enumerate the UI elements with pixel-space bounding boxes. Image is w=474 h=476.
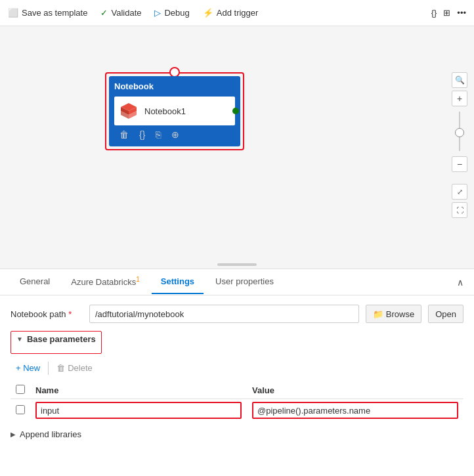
tab-azure-databricks[interactable]: Azure Databricks1 — [62, 269, 149, 295]
base-parameters-section: ▼ Base parameters — [11, 331, 102, 354]
tab-general-label: General — [20, 276, 50, 286]
delete-param-label: Delete — [68, 363, 93, 373]
param-value-cell — [247, 399, 463, 422]
tab-settings-label: Settings — [161, 276, 194, 286]
debug-label: Debug — [164, 8, 189, 18]
required-star: * — [68, 309, 72, 319]
notebook-node-wrapper: Notebook Notebook1 🗑 {} — [105, 72, 244, 150]
col-name-header: Name — [30, 382, 247, 399]
properties-panel: Notebook path * 📁 Browse Open ▼ Base par… — [0, 295, 474, 448]
debug-button[interactable]: ▷ Debug — [154, 8, 189, 18]
browse-button[interactable]: 📁 Browse — [366, 305, 421, 323]
node-name: Notebook1 — [144, 106, 186, 116]
validate-icon: ✓ — [100, 8, 108, 18]
append-libraries-label: Append libraries — [20, 429, 81, 439]
table-icon: ⊞ — [443, 8, 450, 18]
zoom-full-button[interactable]: ⛶ — [452, 202, 467, 218]
action-divider — [48, 362, 49, 375]
new-param-label: + New — [16, 363, 40, 373]
zoom-slider-thumb[interactable] — [455, 128, 464, 137]
notebook-path-label: Notebook path * — [11, 309, 83, 319]
copy-node-icon[interactable]: ⎘ — [156, 129, 161, 140]
col-value-header: Value — [247, 382, 463, 399]
fit-icon: ⤢ — [457, 188, 463, 196]
node-title: Notebook — [114, 81, 235, 91]
notebook-databricks-icon — [119, 102, 138, 120]
toolbar: ⬜ Save as template ✓ Validate ▷ Debug ⚡ … — [0, 0, 474, 26]
delete-icon: 🗑 — [56, 363, 65, 373]
minus-icon: − — [457, 159, 462, 169]
notebook-path-input[interactable] — [89, 305, 359, 323]
folder-icon: 📁 — [373, 309, 383, 319]
bottom-panel: General Azure Databricks1 Settings User … — [0, 269, 474, 448]
tab-user-properties-label: User properties — [215, 276, 274, 286]
select-all-checkbox[interactable] — [16, 385, 25, 394]
tab-settings[interactable]: Settings — [152, 270, 204, 294]
delete-param-button[interactable]: 🗑 Delete — [51, 360, 98, 376]
notebook-path-row: Notebook path * 📁 Browse Open — [11, 305, 463, 323]
search-icon: 🔍 — [455, 76, 465, 85]
add-trigger-button[interactable]: ⚡ Add trigger — [203, 8, 259, 18]
code-node-icon[interactable]: {} — [139, 129, 145, 140]
col-checkbox — [11, 382, 30, 399]
open-button[interactable]: Open — [428, 305, 463, 323]
action-buttons: + New 🗑 Delete — [11, 360, 463, 376]
append-libraries-section[interactable]: ▶ Append libraries — [11, 429, 463, 439]
param-value-input[interactable] — [252, 402, 458, 419]
full-icon: ⛶ — [456, 206, 463, 214]
validate-label: Validate — [111, 8, 141, 18]
collapse-panel-button[interactable]: ∧ — [457, 277, 463, 288]
code-icon: {} — [431, 8, 437, 18]
zoom-slider-track — [459, 112, 460, 151]
chevron-up-icon: ∧ — [457, 277, 463, 288]
collapse-triangle-icon: ▼ — [16, 335, 23, 343]
zoom-in-button[interactable]: + — [452, 91, 467, 106]
zoom-out-button[interactable]: − — [452, 156, 467, 172]
save-icon: ⬜ — [8, 8, 18, 18]
param-name-cell — [30, 399, 247, 422]
notebook-node[interactable]: Notebook Notebook1 🗑 {} — [109, 76, 240, 146]
debug-icon: ▷ — [154, 8, 161, 18]
zoom-search-button[interactable]: 🔍 — [452, 72, 467, 88]
base-parameters-header[interactable]: ▼ Base parameters — [16, 334, 96, 344]
param-row — [11, 399, 463, 422]
canvas-area: Notebook Notebook1 🗑 {} — [0, 26, 474, 269]
save-label: Save as template — [22, 8, 87, 18]
validate-button[interactable]: ✓ Validate — [100, 8, 141, 18]
tab-azure-databricks-label: Azure Databricks — [71, 277, 136, 287]
link-node-icon[interactable]: ⊕ — [171, 129, 179, 140]
base-params-label: Base parameters — [27, 334, 96, 344]
zoom-fit-button[interactable]: ⤢ — [452, 184, 467, 200]
params-table: Name Value — [11, 382, 463, 422]
expand-triangle-icon: ▶ — [11, 431, 16, 438]
plus-icon: + — [457, 93, 462, 104]
toolbar-right: {} ⊞ ••• — [431, 8, 466, 18]
tab-user-properties[interactable]: User properties — [206, 270, 283, 294]
node-actions: 🗑 {} ⎘ ⊕ — [114, 125, 235, 141]
tab-general[interactable]: General — [11, 270, 59, 294]
node-body: Notebook1 — [114, 97, 235, 125]
save-template-button[interactable]: ⬜ Save as template — [8, 8, 87, 18]
new-param-button[interactable]: + New — [11, 360, 45, 376]
ellipsis-icon: ••• — [457, 8, 466, 18]
row-checkbox-cell — [11, 399, 30, 422]
code-view-button[interactable]: {} — [431, 8, 437, 18]
table-view-button[interactable]: ⊞ — [443, 8, 450, 18]
tab-azure-databricks-badge: 1 — [136, 276, 140, 283]
more-options-button[interactable]: ••• — [457, 8, 466, 18]
notebook-node-outer: Notebook Notebook1 🗑 {} — [105, 72, 244, 150]
zoom-controls: 🔍 + − ⤢ ⛶ — [452, 66, 467, 218]
row-checkbox[interactable] — [16, 405, 25, 414]
trigger-icon: ⚡ — [203, 8, 213, 18]
panel-separator[interactable] — [217, 263, 257, 266]
tabs-bar: General Azure Databricks1 Settings User … — [0, 269, 474, 295]
add-trigger-label: Add trigger — [217, 8, 259, 18]
node-status-dot — [232, 108, 239, 114]
delete-node-icon[interactable]: 🗑 — [119, 129, 129, 140]
param-name-input[interactable] — [35, 402, 242, 419]
